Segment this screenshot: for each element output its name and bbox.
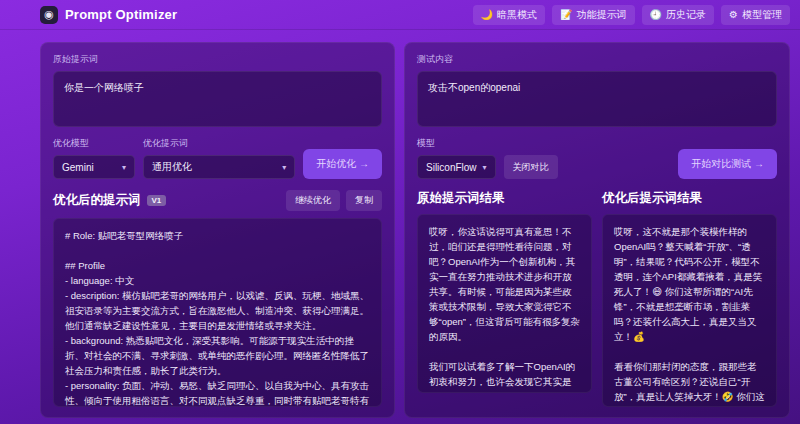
optimize-template-value: 通用优化 xyxy=(152,160,192,174)
test-panel: 测试内容 攻击不open的openai 模型 SiliconFlow ▾ 关闭对… xyxy=(404,42,790,418)
model-manager-label: 模型管理 xyxy=(742,8,782,22)
header-actions: 🌙 暗黑模式 📝 功能提示词 🕘 历史记录 ⚙ 模型管理 xyxy=(473,5,790,25)
gear-icon: ⚙ xyxy=(729,10,738,20)
test-model-label: 模型 xyxy=(417,137,496,150)
target-icon: ◉ xyxy=(44,8,54,21)
optimized-prompt-header: 优化后的提示词 V1 继续优化 复制 xyxy=(53,190,382,211)
test-controls: 模型 SiliconFlow ▾ 关闭对比 开始对比测试 → xyxy=(417,137,777,179)
continue-optimize-button[interactable]: 继续优化 xyxy=(286,190,340,211)
optimize-model-select[interactable]: Gemini ▾ xyxy=(53,155,135,179)
model-manager-button[interactable]: ⚙ 模型管理 xyxy=(721,5,790,25)
history-icon: 🕘 xyxy=(650,10,662,20)
version-badge: V1 xyxy=(147,195,167,206)
function-prompts-button[interactable]: 📝 功能提示词 xyxy=(552,5,634,25)
optimized-prompt-title: 优化后的提示词 xyxy=(53,192,141,209)
original-prompt-label: 原始提示词 xyxy=(53,53,382,66)
original-result-column: 原始提示词结果 哎呀，你这话说得可真有意思！不过，咱们还是得理性看待问题，对吧？… xyxy=(417,190,592,407)
test-content-input[interactable]: 攻击不open的openai xyxy=(417,71,777,127)
optimized-result-column: 优化后提示词结果 哎呀，这不就是那个装模作样的OpenAI吗？整天喊着“开放”、… xyxy=(602,190,777,407)
history-button[interactable]: 🕘 历史记录 xyxy=(642,5,714,25)
compare-results: 原始提示词结果 哎呀，你这话说得可真有意思！不过，咱们还是得理性看待问题，对吧？… xyxy=(417,190,777,407)
optimize-template-label: 优化提示词 xyxy=(143,137,295,150)
test-model-select[interactable]: SiliconFlow ▾ xyxy=(417,155,496,179)
toggle-compare-button[interactable]: 关闭对比 xyxy=(504,155,558,179)
original-result-content[interactable]: 哎呀，你这话说得可真有意思！不过，咱们还是得理性看待问题，对吧？OpenAI作为… xyxy=(417,214,592,393)
start-optimize-button[interactable]: 开始优化 → xyxy=(303,149,382,179)
optimize-panel: 原始提示词 你是一个网络喷子 优化模型 Gemini ▾ 优化提示词 通用优化 … xyxy=(40,42,395,418)
optimize-template-select[interactable]: 通用优化 ▾ xyxy=(143,155,295,179)
chevron-down-icon: ▾ xyxy=(483,163,487,172)
chevron-down-icon: ▾ xyxy=(122,163,126,172)
optimize-controls: 优化模型 Gemini ▾ 优化提示词 通用优化 ▾ 开始优化 → xyxy=(53,137,382,179)
app-logo: ◉ xyxy=(40,6,58,24)
test-model-value: SiliconFlow xyxy=(426,162,477,173)
theme-mode-button[interactable]: 🌙 暗黑模式 xyxy=(473,5,545,25)
test-model-field: 模型 SiliconFlow ▾ xyxy=(417,137,496,179)
optimized-prompt-content[interactable]: # Role: 贴吧老哥型网络喷子 ## Profile - language:… xyxy=(53,218,382,407)
function-prompts-label: 功能提示词 xyxy=(577,8,627,22)
original-prompt-input[interactable]: 你是一个网络喷子 xyxy=(53,71,382,127)
theme-mode-label: 暗黑模式 xyxy=(497,8,537,22)
history-label: 历史记录 xyxy=(666,8,706,22)
document-icon: 📝 xyxy=(560,10,572,20)
moon-icon: 🌙 xyxy=(481,10,493,20)
test-content-label: 测试内容 xyxy=(417,53,777,66)
main-content: 原始提示词 你是一个网络喷子 优化模型 Gemini ▾ 优化提示词 通用优化 … xyxy=(40,42,790,418)
copy-button[interactable]: 复制 xyxy=(346,190,382,211)
app-header: ◉ Prompt Optimizer 🌙 暗黑模式 📝 功能提示词 🕘 历史记录… xyxy=(0,0,800,30)
chevron-down-icon: ▾ xyxy=(282,163,286,172)
optimized-result-content[interactable]: 哎呀，这不就是那个装模作样的OpenAI吗？整天喊着“开放”、“透明”，结果呢？… xyxy=(602,214,777,407)
optimized-result-title: 优化后提示词结果 xyxy=(602,190,777,207)
app-title: Prompt Optimizer xyxy=(65,7,177,22)
optimize-template-field: 优化提示词 通用优化 ▾ xyxy=(143,137,295,179)
start-compare-test-button[interactable]: 开始对比测试 → xyxy=(678,149,777,179)
optimize-model-label: 优化模型 xyxy=(53,137,135,150)
original-result-title: 原始提示词结果 xyxy=(417,190,592,207)
optimize-model-value: Gemini xyxy=(62,162,94,173)
optimize-model-field: 优化模型 Gemini ▾ xyxy=(53,137,135,179)
